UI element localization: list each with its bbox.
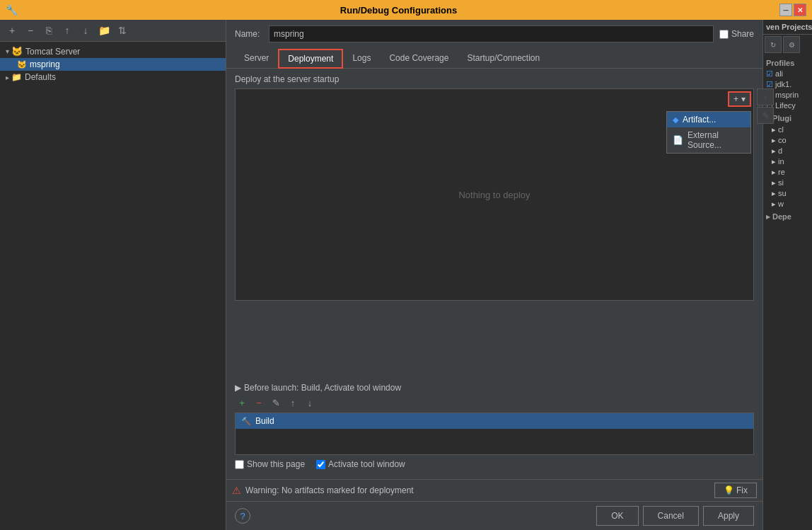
content-area: Deploy at the server startup Nothing to … xyxy=(226,69,762,479)
sidebar-item-su[interactable]: ▸ su xyxy=(765,188,811,199)
tomcat-server-icon: 🐱 xyxy=(11,46,23,57)
tab-deployment[interactable]: Deployment xyxy=(278,49,343,69)
bl-build-label: Build xyxy=(255,416,274,426)
title-bar-left: 🔧 xyxy=(6,4,18,16)
minimize-button[interactable]: ─ xyxy=(779,4,792,16)
folder-button[interactable]: 📁 xyxy=(96,23,112,38)
sidebar-item-cl[interactable]: ▸ cl xyxy=(765,125,811,135)
deployment-dropdown-menu: ◆ Artifact... 📄 External Source... xyxy=(666,111,751,154)
sidebar-item-ali[interactable]: ☑ ali xyxy=(765,69,811,79)
show-this-page-checkbox[interactable] xyxy=(235,460,244,469)
before-launch-expand-icon: ▶ xyxy=(235,383,241,393)
cancel-button[interactable]: Cancel xyxy=(643,506,699,526)
tree-item-tomcat-server[interactable]: ▾ 🐱 Tomcat Server xyxy=(0,45,226,58)
share-checkbox[interactable] xyxy=(719,30,729,39)
before-launch-header[interactable]: ▶ Before launch: Build, Activate tool wi… xyxy=(235,383,754,393)
show-this-page-label: Show this page xyxy=(247,459,305,469)
fix-button[interactable]: 💡 Fix xyxy=(714,483,757,498)
dialog-buttons: ? OK Cancel Apply xyxy=(226,501,762,530)
defaults-icon: 📁 xyxy=(11,72,22,82)
tab-logs[interactable]: Logs xyxy=(343,49,380,69)
bl-down-button[interactable]: ↓ xyxy=(303,396,317,410)
defaults-label: Defaults xyxy=(25,72,56,82)
deploy-placeholder: Nothing to deploy xyxy=(458,190,530,200)
dropdown-item-external-source[interactable]: 📄 External Source... xyxy=(667,127,750,153)
build-icon: 🔨 xyxy=(241,417,251,426)
mspring-icon: 🐱 xyxy=(17,60,27,69)
expand-arrow-defaults: ▸ xyxy=(6,74,9,81)
move-down-button[interactable]: ↓ xyxy=(78,23,93,38)
add-deployment-button[interactable]: + ▾ xyxy=(728,91,751,107)
tab-startup-connection[interactable]: Startup/Connection xyxy=(458,49,549,69)
bl-add-button[interactable]: + xyxy=(235,396,249,410)
edit-deployment-button[interactable]: ✎ xyxy=(757,107,774,124)
move-deployment-up-button[interactable]: ↑ xyxy=(757,88,774,105)
sidebar-item-re[interactable]: ▸ re xyxy=(765,167,811,178)
tree-item-mspring[interactable]: 🐱 mspring xyxy=(0,58,226,71)
sidebar-item-in[interactable]: ▸ in xyxy=(765,156,811,167)
external-source-icon: 📄 xyxy=(673,135,683,145)
tree-item-defaults[interactable]: ▸ 📁 Defaults xyxy=(0,71,226,83)
tab-server[interactable]: Server xyxy=(235,49,278,69)
tomcat-server-label: Tomcat Server xyxy=(25,47,80,57)
warning-icon: ⚠ xyxy=(232,485,241,496)
deploy-controls: + ▾ ◆ Artifact... 📄 External Source... xyxy=(728,91,751,107)
show-this-page-row: Show this page xyxy=(235,459,305,469)
dropdown-item-artifact[interactable]: ◆ Artifact... xyxy=(667,112,750,127)
bl-remove-button[interactable]: − xyxy=(252,396,266,410)
bl-up-button[interactable]: ↑ xyxy=(286,396,300,410)
window-title: Run/Debug Configurations xyxy=(18,5,779,16)
sidebar-item-si[interactable]: ▸ si xyxy=(765,178,811,188)
copy-config-button[interactable]: ⎘ xyxy=(41,23,57,38)
apply-button[interactable]: Apply xyxy=(703,506,754,526)
bl-edit-button[interactable]: ✎ xyxy=(269,396,283,410)
tab-code-coverage[interactable]: Code Coverage xyxy=(380,49,458,69)
profiles-section: Profiles xyxy=(765,57,811,69)
tree-toolbar: + − ⎘ ↑ ↓ 📁 ⇅ xyxy=(0,20,226,42)
deploy-area-wrapper: Nothing to deploy + ▾ ◆ Artifact. xyxy=(235,88,754,377)
title-bar: 🔧 Run/Debug Configurations ─ ✕ xyxy=(0,0,812,20)
close-button[interactable]: ✕ xyxy=(794,4,806,16)
sort-button[interactable]: ⇅ xyxy=(115,23,130,38)
right-panel: Name: Share Server Deployment Logs Code … xyxy=(226,20,762,530)
name-row: Name: Share xyxy=(226,20,762,48)
sidebar-item-co[interactable]: ▸ co xyxy=(765,135,811,146)
deploy-section-label: Deploy at the server startup xyxy=(235,74,754,84)
move-up-button[interactable]: ↑ xyxy=(59,23,75,38)
name-input[interactable] xyxy=(269,25,714,42)
fix-icon: 💡 xyxy=(724,485,734,495)
add-config-button[interactable]: + xyxy=(4,23,20,38)
before-launch-toolbar: + − ✎ ↑ ↓ xyxy=(235,396,754,410)
sidebar-item-w[interactable]: ▸ w xyxy=(765,199,811,209)
sidebar-refresh-button[interactable]: ↻ xyxy=(765,36,782,53)
activate-tool-window-label: Activate tool window xyxy=(328,459,405,469)
side-controls: ↑ ✎ xyxy=(757,88,774,124)
sidebar-item-d[interactable]: ▸ d xyxy=(765,146,811,156)
ok-button[interactable]: OK xyxy=(596,506,638,526)
warning-text: Warning: No artifacts marked for deploym… xyxy=(245,485,710,495)
sidebar-header: ven Projects xyxy=(763,20,812,35)
name-label: Name: xyxy=(235,29,263,39)
bl-item-build[interactable]: 🔨 Build xyxy=(236,413,753,429)
artifact-icon: ◆ xyxy=(673,115,678,125)
activate-tool-window-checkbox[interactable] xyxy=(316,460,325,469)
bottom-options: Show this page Activate tool window xyxy=(235,455,754,473)
before-launch-section: ▶ Before launch: Build, Activate tool wi… xyxy=(235,383,754,455)
left-panel: + − ⎘ ↑ ↓ 📁 ⇅ ▾ 🐱 Tomcat Server 🐱 msprin… xyxy=(0,20,226,530)
warning-bar: ⚠ Warning: No artifacts marked for deplo… xyxy=(226,479,762,501)
expand-arrow-tomcat: ▾ xyxy=(6,47,9,55)
sidebar-toolbar: ↻ ⚙ xyxy=(763,35,812,54)
sidebar-settings-button[interactable]: ⚙ xyxy=(783,36,800,53)
before-launch-label: Before launch: Build, Activate tool wind… xyxy=(244,383,401,393)
app-icon: 🔧 xyxy=(6,4,18,16)
before-launch-list: 🔨 Build xyxy=(235,413,754,455)
sidebar-tree: Profiles ☑ ali ☑ jdk1. ☐ msprin ☐ Lifecy… xyxy=(763,54,812,530)
title-bar-controls: ─ ✕ xyxy=(779,4,806,16)
dependencies-section: ▸ Depe xyxy=(765,211,811,223)
tabs-bar: Server Deployment Logs Code Coverage Sta… xyxy=(226,48,762,69)
share-area: Share xyxy=(719,29,754,39)
config-tree: ▾ 🐱 Tomcat Server 🐱 mspring ▸ 📁 Defaults xyxy=(0,42,226,530)
remove-config-button[interactable]: − xyxy=(23,23,38,38)
help-button[interactable]: ? xyxy=(235,508,250,524)
main-layout: + − ⎘ ↑ ↓ 📁 ⇅ ▾ 🐱 Tomcat Server 🐱 msprin… xyxy=(0,20,812,530)
